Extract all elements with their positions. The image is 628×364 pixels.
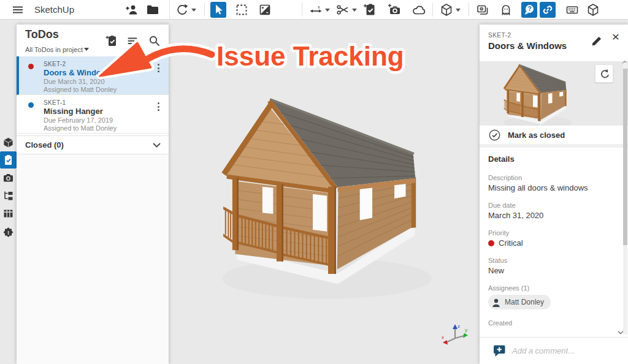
top-toolbar: SketchUp [0, 0, 628, 20]
assignee-chip[interactable]: Matt Donley [488, 295, 551, 309]
priority-label: Priority [488, 229, 619, 237]
description-value: Missing all doors & windows [488, 183, 619, 192]
close-icon: × [612, 29, 619, 44]
priority-text: Critical [499, 238, 523, 248]
status-dot-open [28, 102, 34, 108]
circle-check-icon [488, 129, 501, 142]
hamburger-icon [11, 3, 25, 17]
clipboard-add-icon [105, 34, 118, 48]
add-todo-tool[interactable] [362, 2, 378, 18]
comment-placeholder: Add a comment... [512, 346, 575, 355]
rail-takeoff-button[interactable] [0, 205, 17, 222]
cut-caret[interactable] [352, 9, 357, 14]
details-heading: Details [488, 154, 619, 164]
cube-outline-icon [586, 2, 600, 17]
chevron-down-icon [153, 143, 161, 148]
mark-as-closed-button[interactable]: Mark as closed [480, 126, 628, 148]
clash-burst-icon: ! [2, 226, 14, 237]
status-label: Status [488, 257, 619, 264]
scenes-tool[interactable] [475, 2, 491, 18]
comment-input[interactable]: Add a comment... [480, 337, 628, 364]
todo-item[interactable]: SKET-2 Doors & Windows Due March 31, 202… [17, 56, 169, 95]
ghost-tool[interactable] [498, 2, 514, 18]
axis-z-label: z [458, 324, 460, 329]
todo-item[interactable]: SKET-1 Missing Hanger Due February 17, 2… [17, 95, 169, 134]
keyboard-icon [565, 2, 580, 17]
created-label: Created [488, 319, 619, 327]
cut-tool[interactable] [335, 2, 351, 18]
svg-text:?: ? [527, 6, 531, 12]
status-value: New [488, 266, 619, 275]
section-box-tool[interactable] [280, 2, 296, 18]
marquee-icon [234, 2, 249, 17]
scissors-icon [335, 2, 350, 17]
adjust-icon [258, 2, 272, 17]
todos-filter-dropdown[interactable]: All ToDos in project [25, 45, 91, 53]
new-todo-button[interactable] [105, 34, 118, 48]
detail-fields: Details Description Missing all doors & … [480, 148, 619, 337]
rail-clash-button[interactable]: ! [0, 222, 17, 240]
add-comment-icon [492, 344, 507, 358]
tool-strip: x [170, 2, 628, 18]
due-date-value: March 31, 2020 [488, 211, 619, 220]
chevron-down-icon [618, 330, 624, 335]
search-button[interactable] [148, 34, 161, 48]
add-snapshot-tool[interactable] [386, 2, 402, 18]
axis-gizmo: z y x [440, 324, 469, 349]
scroll-down-chevron[interactable] [618, 326, 624, 337]
link-tool[interactable] [540, 2, 556, 18]
select-tool[interactable] [210, 2, 226, 18]
status-dot-critical [28, 64, 34, 69]
link-icon [540, 2, 555, 17]
adjust-tool[interactable] [257, 2, 273, 18]
add-person-icon [124, 2, 139, 17]
rail-todos-button[interactable] [0, 151, 17, 169]
rail-structure-button[interactable] [0, 187, 17, 204]
todo-menu-button[interactable] [154, 101, 163, 112]
structure-tree-icon [2, 190, 14, 202]
help-pin-tool[interactable]: ? [521, 2, 537, 18]
closed-label: Closed (0) [25, 140, 64, 150]
rail-model-button[interactable] [0, 134, 17, 151]
move-tool[interactable]: x [308, 2, 324, 18]
todo-menu-button[interactable] [154, 63, 163, 74]
filter-caret-icon [84, 48, 89, 53]
todos-header: ToDos All ToDos in project [17, 25, 169, 56]
open-project-button[interactable] [145, 2, 161, 18]
description-label: Description [488, 174, 619, 181]
mark-as-closed-label: Mark as closed [508, 131, 565, 140]
table-columns-icon [2, 208, 14, 219]
scenes-icon [475, 2, 490, 17]
orbit-icon [175, 2, 190, 17]
close-panel-button[interactable]: × [608, 29, 623, 44]
model-view-caret[interactable] [456, 9, 461, 14]
marquee-select-tool[interactable] [234, 2, 250, 18]
closed-section-toggle[interactable]: Closed (0) [17, 135, 169, 154]
todos-title: ToDos [25, 28, 59, 41]
refresh-thumbnail-button[interactable] [595, 64, 613, 83]
todo-thumbnail [480, 61, 628, 126]
app-title: SketchUp [34, 4, 74, 15]
orbit-caret[interactable] [191, 9, 196, 14]
model-cube-tool[interactable] [585, 2, 601, 18]
panel-scrollbar-thumb[interactable] [623, 69, 627, 245]
markup-cloud-tool[interactable] [411, 2, 427, 18]
rail-snapshots-button[interactable] [0, 169, 17, 186]
sort-button[interactable] [126, 34, 140, 48]
add-collaborator-button[interactable] [124, 2, 140, 18]
orbit-tool[interactable] [174, 2, 190, 18]
todo-title: Doors & Windows [44, 68, 151, 77]
house-model[interactable] [216, 88, 454, 310]
edit-todo-button[interactable] [590, 33, 605, 48]
camera-add-icon [387, 2, 402, 17]
todo-assigned: Assigned to Matt Donley [44, 86, 151, 93]
move-caret[interactable] [325, 9, 330, 14]
keyboard-shortcuts-tool[interactable] [564, 2, 580, 18]
axis-y-label: y [465, 327, 467, 333]
todos-panel: ToDos All ToDos in project SKET-2 Door [17, 25, 169, 364]
folder-icon [145, 2, 160, 17]
menu-button[interactable] [10, 2, 26, 18]
model-view-tool[interactable] [438, 2, 454, 18]
help-pin-icon: ? [522, 2, 537, 17]
refresh-icon [598, 67, 610, 80]
